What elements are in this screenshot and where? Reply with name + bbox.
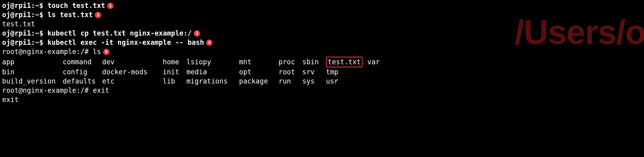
shell-prompt: oj@rpi1:~$ bbox=[2, 29, 47, 38]
annotation-bullet-4: 4 bbox=[206, 40, 212, 46]
root-prompt: root@nginx-example:/# bbox=[2, 86, 93, 95]
shell-prompt: oj@rpi1:~$ bbox=[2, 10, 47, 19]
ls-item: lsiopy bbox=[186, 57, 239, 67]
ls-item: command bbox=[63, 57, 102, 67]
shell-command: exit bbox=[93, 86, 109, 95]
ls-item: usr bbox=[326, 77, 365, 86]
ls-output-row: binconfigdocker-modsinitmediaoptrootsrvt… bbox=[2, 67, 642, 77]
shell-prompt: oj@rpi1:~$ bbox=[2, 1, 47, 10]
ls-item: init bbox=[163, 67, 186, 77]
ls-item: docker-mods bbox=[102, 67, 163, 77]
ls-item: lib bbox=[163, 77, 186, 86]
annotation-bullet-1: 1 bbox=[107, 3, 113, 9]
command-output: test.txt bbox=[2, 19, 35, 29]
ls-output-row: appcommanddevhomelsiopymntprocsbintest.t… bbox=[2, 57, 642, 67]
ls-item: config bbox=[63, 67, 102, 77]
ls-item: bin bbox=[2, 67, 63, 77]
ls-item: app bbox=[2, 57, 63, 67]
highlighted-file: test.txt bbox=[326, 57, 363, 67]
ls-item: build_version bbox=[2, 77, 63, 86]
ls-item: media bbox=[186, 67, 239, 77]
ls-item: etc bbox=[102, 77, 163, 86]
ls-item: run bbox=[279, 77, 302, 86]
annotation-bullet-5: 5 bbox=[103, 49, 110, 55]
ls-item: mnt bbox=[239, 57, 279, 67]
shell-command: ls bbox=[93, 47, 101, 56]
terminal-line: root@nginx-example:/# ls 5 bbox=[2, 47, 642, 56]
shell-command: touch test.txt bbox=[47, 1, 105, 10]
shell-command: kubectl cp test.txt nginx-example:/ bbox=[47, 29, 192, 38]
terminal-line: oj@rpi1:~$ kubectl exec -it nginx-exampl… bbox=[2, 38, 642, 47]
ls-item: migrations bbox=[186, 77, 239, 86]
terminal-content: oj@rpi1:~$ touch test.txt 1 oj@rpi1:~$ l… bbox=[2, 1, 642, 104]
root-prompt: root@nginx-example:/# bbox=[2, 47, 93, 56]
annotation-bullet-2: 2 bbox=[95, 12, 101, 18]
ls-item: opt bbox=[239, 67, 279, 77]
shell-command: ls test.txt bbox=[47, 10, 93, 19]
ls-item: sbin bbox=[302, 57, 326, 67]
terminal-line: exit bbox=[2, 95, 642, 104]
ls-item: proc bbox=[279, 57, 302, 67]
ls-item: tmp bbox=[326, 67, 365, 77]
terminal-line: oj@rpi1:~$ kubectl cp test.txt nginx-exa… bbox=[2, 29, 642, 38]
ls-item: root bbox=[279, 67, 302, 77]
terminal-line: oj@rpi1:~$ touch test.txt 1 bbox=[2, 1, 642, 10]
ls-item: srv bbox=[302, 67, 326, 77]
ls-item: sys bbox=[302, 77, 326, 86]
ls-item: defaults bbox=[63, 77, 102, 86]
shell-prompt: oj@rpi1:~$ bbox=[2, 38, 47, 47]
ls-output-row: build_versiondefaultsetclibmigrationspac… bbox=[2, 77, 642, 86]
terminal-line: test.txt bbox=[2, 19, 642, 29]
terminal-line: root@nginx-example:/# exit bbox=[2, 86, 642, 95]
ls-item: dev bbox=[102, 57, 163, 67]
shell-command: kubectl exec -it nginx-example -- bash bbox=[47, 38, 204, 47]
annotation-bullet-3: 3 bbox=[194, 30, 200, 37]
ls-item: package bbox=[239, 77, 279, 86]
terminal-line: oj@rpi1:~$ ls test.txt 2 bbox=[2, 10, 642, 19]
ls-item: home bbox=[163, 57, 186, 67]
ls-item: var bbox=[367, 57, 388, 67]
command-output: exit bbox=[2, 95, 19, 104]
